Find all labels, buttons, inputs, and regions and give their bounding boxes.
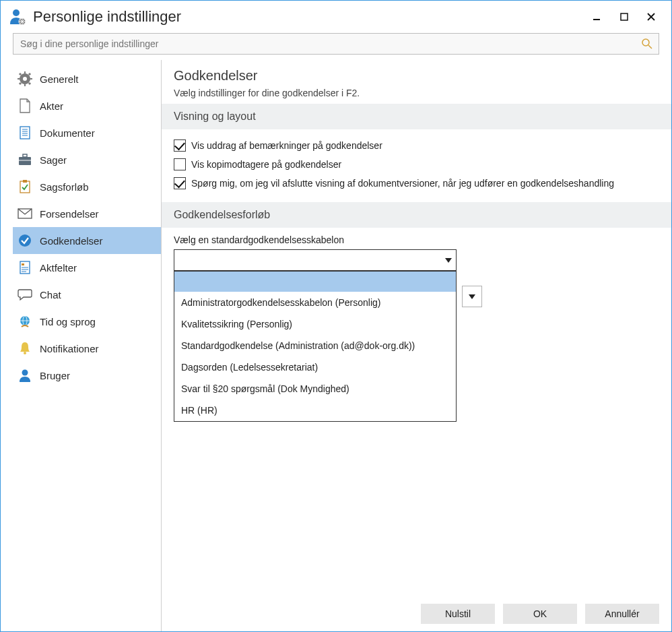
svg-rect-20 bbox=[20, 127, 30, 139]
sidebar-item-general[interactable]: Generelt bbox=[13, 65, 161, 92]
sidebar-item-label: Bruger bbox=[40, 370, 70, 381]
sidebar-item-label: Sagsforløb bbox=[40, 181, 89, 193]
svg-point-0 bbox=[13, 9, 20, 16]
svg-line-9 bbox=[648, 45, 652, 49]
window-controls bbox=[584, 7, 665, 27]
reset-button[interactable]: Nulstil bbox=[421, 604, 495, 624]
dropdown-item[interactable]: Standardgodkendelse (Administration (ad@… bbox=[174, 335, 456, 356]
cancel-button[interactable]: Annullér bbox=[585, 604, 659, 624]
svg-rect-13 bbox=[24, 84, 26, 86]
svg-rect-7 bbox=[621, 13, 628, 20]
gear-icon bbox=[17, 71, 33, 87]
checkbox-row-excerpt[interactable]: Vis uddrag af bemærkninger på godkendels… bbox=[174, 136, 659, 155]
sidebar-item-label: Godkendelser bbox=[40, 235, 102, 247]
sidebar-item-approvals[interactable]: Godkendelser bbox=[13, 227, 161, 254]
dropdown-item-blank[interactable] bbox=[174, 272, 456, 292]
svg-rect-25 bbox=[19, 157, 31, 165]
user-icon bbox=[17, 367, 33, 383]
search-box[interactable] bbox=[13, 33, 659, 55]
section-heading-flow: Godkendelsesforløb bbox=[162, 202, 671, 228]
sidebar-item-label: Tid og sprog bbox=[40, 316, 96, 327]
check-circle-icon bbox=[17, 232, 33, 249]
sidebar: Generelt Akter Dokumenter Sager bbox=[13, 60, 162, 631]
window-title: Personlige indstillinger bbox=[33, 8, 181, 26]
checkbox-label: Vis kopimodtagere på godkendelser bbox=[191, 158, 341, 171]
dropdown-item[interactable]: Svar til §20 spørgsmål (Dok Myndighed) bbox=[174, 378, 456, 400]
template-combobox[interactable]: Administratorgodkendelsesskabelon (Perso… bbox=[174, 249, 457, 271]
section-flow: Vælg en standardgodkendelsesskabelon Adm… bbox=[162, 228, 671, 317]
svg-rect-28 bbox=[20, 181, 30, 193]
chevron-down-icon bbox=[469, 294, 475, 299]
sidebar-item-records[interactable]: Akter bbox=[13, 92, 161, 119]
chevron-down-icon[interactable] bbox=[441, 251, 456, 270]
sidebar-item-notifications[interactable]: Notifikationer bbox=[13, 335, 161, 362]
document-icon bbox=[17, 98, 33, 114]
titlebar: Personlige indstillinger bbox=[1, 1, 671, 33]
svg-rect-12 bbox=[24, 71, 26, 74]
checkbox-icon[interactable] bbox=[174, 139, 186, 152]
sidebar-item-user[interactable]: Bruger bbox=[13, 362, 161, 389]
sidebar-item-time-language[interactable]: Tid og sprog bbox=[13, 308, 161, 335]
dialog-footer: Nulstil OK Annullér bbox=[162, 596, 671, 631]
page-header: Godkendelser Vælg indstillinger for dine… bbox=[162, 60, 671, 104]
sidebar-item-label: Generelt bbox=[40, 73, 79, 85]
svg-rect-6 bbox=[593, 19, 600, 20]
minimize-button[interactable] bbox=[584, 7, 611, 27]
search-bar bbox=[1, 33, 671, 60]
svg-rect-26 bbox=[23, 154, 27, 157]
checkbox-row-cc[interactable]: Vis kopimodtagere på godkendelser bbox=[174, 155, 659, 174]
section-heading-display: Visning og layout bbox=[162, 104, 671, 129]
svg-point-40 bbox=[24, 352, 26, 354]
svg-point-41 bbox=[22, 370, 28, 376]
form-icon bbox=[17, 259, 33, 276]
search-icon bbox=[641, 38, 653, 50]
combo-label: Vælg en standardgodkendelsesskabelon bbox=[174, 234, 659, 245]
checkbox-row-ask[interactable]: Spørg mig, om jeg vil afslutte visning a… bbox=[174, 174, 659, 193]
envelope-icon bbox=[17, 206, 33, 222]
checkbox-icon[interactable] bbox=[174, 158, 186, 170]
checkbox-icon[interactable] bbox=[174, 177, 186, 189]
svg-rect-15 bbox=[30, 78, 32, 80]
sidebar-item-label: Chat bbox=[40, 289, 61, 301]
sidebar-item-label: Notifikationer bbox=[40, 343, 99, 354]
sidebar-item-sendings[interactable]: Forsendelser bbox=[13, 200, 161, 227]
dropdown-item[interactable]: Administratorgodkendelsesskabelon (Perso… bbox=[174, 292, 456, 313]
clipboard-check-icon bbox=[17, 179, 33, 195]
maximize-button[interactable] bbox=[611, 7, 638, 27]
search-input[interactable] bbox=[19, 38, 641, 50]
bell-icon bbox=[17, 340, 33, 356]
sidebar-item-label: Aktfelter bbox=[40, 262, 77, 274]
checkbox-label: Spørg mig, om jeg vil afslutte visning a… bbox=[191, 177, 614, 190]
dropdown-item[interactable]: Dagsorden (Ledelsessekretariat) bbox=[174, 356, 456, 378]
sidebar-item-caseflow[interactable]: Sagsforløb bbox=[13, 173, 161, 200]
sidebar-item-documents[interactable]: Dokumenter bbox=[13, 119, 161, 146]
sidebar-item-record-fields[interactable]: Aktfelter bbox=[13, 254, 161, 281]
sidebar-item-label: Sager bbox=[40, 154, 67, 166]
documents-icon bbox=[17, 125, 33, 141]
ok-button[interactable]: OK bbox=[503, 604, 577, 624]
personal-settings-icon bbox=[7, 7, 28, 27]
checkbox-label: Vis uddrag af bemærkninger på godkendels… bbox=[191, 139, 382, 152]
dropdown-item[interactable]: Kvalitetssikring (Personlig) bbox=[174, 313, 456, 335]
sidebar-item-label: Forsendelser bbox=[40, 208, 99, 220]
sidebar-item-label: Dokumenter bbox=[40, 127, 95, 139]
template-dropdown: Administratorgodkendelsesskabelon (Perso… bbox=[174, 271, 457, 422]
globe-icon bbox=[17, 313, 33, 329]
close-button[interactable] bbox=[638, 7, 665, 27]
page-description: Vælg indstillinger for dine godkendelser… bbox=[174, 88, 659, 98]
dropdown-item[interactable]: HR (HR) bbox=[174, 400, 456, 421]
svg-rect-14 bbox=[18, 78, 20, 80]
svg-point-31 bbox=[19, 234, 31, 247]
body: Generelt Akter Dokumenter Sager bbox=[1, 60, 671, 631]
sidebar-item-cases[interactable]: Sager bbox=[13, 146, 161, 173]
settings-window: Personlige indstillinger bbox=[0, 0, 672, 632]
svg-point-8 bbox=[642, 39, 649, 46]
svg-rect-33 bbox=[22, 263, 24, 265]
svg-rect-29 bbox=[23, 180, 27, 183]
secondary-dropdown-button[interactable] bbox=[462, 286, 482, 307]
page-title: Godkendelser bbox=[174, 68, 659, 84]
main-panel: Godkendelser Vælg indstillinger for dine… bbox=[162, 60, 671, 631]
sidebar-item-chat[interactable]: Chat bbox=[13, 281, 161, 308]
section-display: Vis uddrag af bemærkninger på godkendels… bbox=[162, 129, 671, 202]
sidebar-item-label: Akter bbox=[40, 100, 63, 112]
